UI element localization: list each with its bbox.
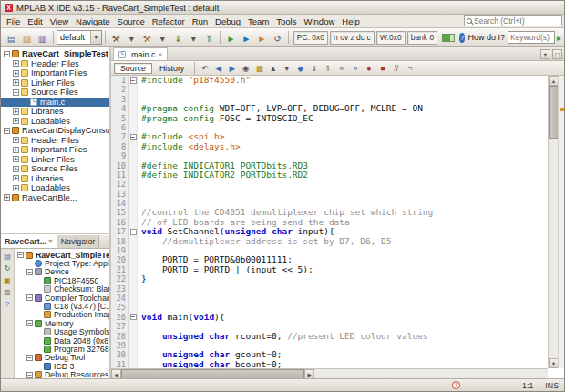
line-number[interactable]: 1 xyxy=(111,76,129,85)
tree-item[interactable]: Project Type: Applica... xyxy=(15,259,109,267)
expand-toggle-icon[interactable]: + xyxy=(13,70,19,77)
read-device-memory-icon[interactable]: ⇑ xyxy=(202,31,216,45)
close-icon[interactable]: × xyxy=(159,51,163,58)
fold-collapse-icon[interactable]: − xyxy=(130,229,137,235)
fold-collapse-icon[interactable]: − xyxy=(130,314,137,320)
line-number[interactable]: 16 xyxy=(111,218,129,227)
tab-navigator[interactable]: Navigator xyxy=(57,235,100,248)
vertical-scrollbar[interactable]: ▲ ▼ xyxy=(548,76,558,368)
tree-item[interactable]: +Loadables xyxy=(1,183,109,193)
line-number[interactable]: 23 xyxy=(111,284,129,294)
forward-icon[interactable]: ▶ xyxy=(226,62,238,74)
tree-item[interactable]: C18 (v3.47) [C... xyxy=(15,302,109,310)
fold-toggle[interactable]: − xyxy=(129,227,138,236)
tree-item[interactable]: −RaveCart_SimpleTest xyxy=(1,49,109,59)
collapse-toggle-icon[interactable]: − xyxy=(4,51,10,57)
history-view-button[interactable]: History xyxy=(153,63,190,74)
code-line[interactable]: 18 //demultiplexer address is set by D7,… xyxy=(111,237,548,246)
code-line[interactable]: 23 xyxy=(111,284,548,294)
menu-refactor[interactable]: Refactor xyxy=(149,16,189,26)
tree-item[interactable]: PIC18F4550 xyxy=(15,276,109,284)
menu-help[interactable]: Help xyxy=(338,16,364,26)
tree-item[interactable]: −Compiler Toolchain xyxy=(15,294,109,302)
line-number[interactable]: 11 xyxy=(111,170,129,180)
tree-item[interactable]: +Libraries xyxy=(1,107,109,117)
line-number[interactable]: 10 xyxy=(111,161,129,170)
menu-debug[interactable]: Debug xyxy=(211,16,244,26)
line-number[interactable]: 27 xyxy=(111,322,129,331)
shift-line-left-icon[interactable]: « xyxy=(335,62,347,74)
maximize-icon[interactable]: ▢ xyxy=(552,49,562,59)
back-icon[interactable]: ◀ xyxy=(212,62,224,74)
dashboard-report-icon[interactable]: ▥ xyxy=(2,286,13,297)
line-number[interactable]: 18 xyxy=(111,237,129,246)
code-line[interactable]: 28 unsigned char rcount=0; //present LED… xyxy=(111,332,548,341)
line-number[interactable]: 12 xyxy=(111,180,129,189)
collapse-toggle-icon[interactable]: − xyxy=(13,89,19,96)
code-line[interactable]: 8#include <delays.h> xyxy=(111,142,548,151)
collapse-toggle-icon[interactable]: − xyxy=(26,294,33,301)
line-number[interactable]: 21 xyxy=(111,265,129,274)
build-project-icon[interactable]: ⚒ xyxy=(109,31,123,45)
clean-build-icon[interactable]: ⚒ xyxy=(140,31,154,45)
line-number[interactable]: 25 xyxy=(111,303,129,312)
tab-dashboard[interactable]: RaveCart... × xyxy=(1,235,57,248)
uncomment-icon[interactable]: ¬ xyxy=(404,62,416,74)
menu-tools[interactable]: Tools xyxy=(272,16,300,26)
line-number[interactable]: 28 xyxy=(111,332,129,341)
next-bookmark-icon[interactable]: ⇓ xyxy=(308,62,320,74)
expand-toggle-icon[interactable]: + xyxy=(13,118,19,124)
build-options-icon[interactable]: ▾ xyxy=(125,31,139,45)
code-line[interactable]: 24 xyxy=(111,294,548,303)
code-line[interactable]: 31 unsigned char bcount=0; xyxy=(111,360,548,368)
expand-toggle-icon[interactable]: + xyxy=(13,60,19,67)
toggle-bookmark-icon[interactable]: ◆ xyxy=(294,62,306,74)
tree-item[interactable]: +Important Files xyxy=(1,68,109,78)
save-all-icon[interactable]: ▥ xyxy=(36,31,49,45)
chevron-down-icon[interactable]: ▾ xyxy=(90,31,101,44)
tree-item[interactable]: −RaveCart_SimpleTest xyxy=(15,251,109,259)
line-number[interactable]: 2 xyxy=(111,85,129,94)
code-line[interactable]: 11#define INDICATOR2 PORTDbits.RD2 xyxy=(111,170,548,180)
line-number[interactable]: 20 xyxy=(111,255,129,264)
dashboard-refresh-icon[interactable]: ↻ xyxy=(2,263,13,273)
line-number[interactable]: 5 xyxy=(111,114,129,123)
tree-item[interactable]: +Header Files xyxy=(1,59,109,69)
tree-item[interactable]: −Memory xyxy=(15,319,109,327)
code-line[interactable]: 2 xyxy=(111,85,548,94)
tree-item[interactable]: +Linker Files xyxy=(1,155,109,165)
quick-search-input[interactable] xyxy=(474,16,560,26)
expand-toggle-icon[interactable]: + xyxy=(13,108,19,115)
code-editor[interactable]: 1−#include "p18f4550.h"234#pragma config… xyxy=(111,76,564,368)
previous-occurrence-icon[interactable]: ▲ xyxy=(267,62,279,74)
collapse-toggle-icon[interactable]: − xyxy=(4,128,10,134)
tree-item[interactable]: +Linker Files xyxy=(1,78,109,88)
code-line[interactable]: 21 PORTD = PORTD | (input << 5); xyxy=(111,265,548,274)
run-project-icon[interactable]: ► xyxy=(224,31,238,45)
expand-toggle-icon[interactable]: + xyxy=(13,137,19,143)
next-occurrence-icon[interactable]: ▼ xyxy=(281,62,293,74)
warning-mark[interactable] xyxy=(560,108,564,111)
menu-view[interactable]: View xyxy=(46,16,72,26)
line-number[interactable]: 30 xyxy=(111,350,129,359)
keyword-go-icon[interactable]: ▸ xyxy=(557,33,561,43)
tree-item[interactable]: Checksum: Blan... xyxy=(15,285,109,294)
collapse-toggle-icon[interactable]: − xyxy=(26,372,33,378)
comment-icon[interactable]: // xyxy=(390,62,402,74)
fold-toggle[interactable]: − xyxy=(129,132,138,141)
line-number[interactable]: 22 xyxy=(111,274,129,284)
menu-team[interactable]: Team xyxy=(244,16,272,26)
clean-build-options-icon[interactable]: ▾ xyxy=(156,31,170,45)
line-number[interactable]: 3 xyxy=(111,95,129,104)
error-stripe[interactable] xyxy=(558,76,564,368)
program-options-icon[interactable]: ▾ xyxy=(187,31,200,45)
quick-search-box[interactable] xyxy=(464,15,562,26)
tab-list-icon[interactable]: ▾ xyxy=(540,49,550,59)
tree-item[interactable]: Usage Symbols o... xyxy=(15,328,109,336)
menu-run[interactable]: Run xyxy=(189,16,211,26)
fold-collapse-icon[interactable]: − xyxy=(130,134,137,140)
tree-item[interactable]: Production Imag... xyxy=(15,311,109,319)
code-line[interactable]: 26−void main(void){ xyxy=(111,313,548,322)
keyword-input[interactable] xyxy=(508,31,555,44)
tree-item[interactable]: +Header Files xyxy=(1,136,109,146)
